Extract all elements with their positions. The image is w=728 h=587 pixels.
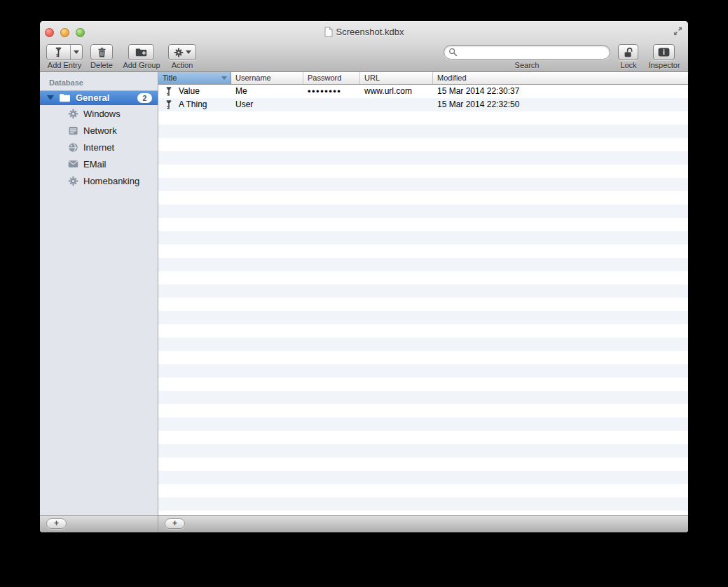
chevron-down-icon bbox=[74, 50, 79, 54]
sidebar-item-email[interactable]: EMail bbox=[40, 156, 158, 172]
add-group-button[interactable] bbox=[128, 44, 154, 60]
gear-icon bbox=[68, 176, 78, 186]
lock-button[interactable] bbox=[618, 44, 638, 60]
app-window: Screenshot.kdbx bbox=[40, 21, 688, 532]
sidebar-item-label: Windows bbox=[83, 109, 121, 119]
fullscreen-arrows-icon[interactable] bbox=[673, 27, 682, 36]
chevron-down-icon bbox=[186, 50, 191, 54]
key-icon bbox=[165, 86, 172, 97]
bottom-bar: + + bbox=[40, 515, 688, 532]
entry-title: A Thing bbox=[179, 98, 207, 111]
delete-button[interactable] bbox=[90, 44, 113, 60]
table-row[interactable]: A Thing User 15 Mar 2014 22:32:50 bbox=[158, 98, 688, 111]
entry-url bbox=[360, 98, 433, 111]
entry-password: •••••••• bbox=[303, 85, 360, 98]
sidebar-group-general[interactable]: General 2 bbox=[40, 90, 158, 105]
sidebar-item-label: Homebanking bbox=[83, 176, 139, 186]
entry-modified: 15 Mar 2014 22:32:50 bbox=[433, 98, 688, 111]
entry-title: Value bbox=[179, 85, 200, 98]
entry-modified: 15 Mar 2014 22:30:37 bbox=[433, 85, 688, 98]
lock-label: Lock bbox=[620, 61, 636, 69]
sort-descending-icon bbox=[221, 76, 227, 80]
sidebar-section-header: Database bbox=[40, 72, 158, 90]
entry-count-badge: 2 bbox=[137, 93, 152, 103]
envelope-icon bbox=[68, 160, 78, 168]
info-icon bbox=[658, 48, 670, 57]
folder-icon bbox=[59, 93, 71, 102]
sidebar-group-label: General bbox=[76, 92, 109, 103]
server-icon bbox=[68, 125, 78, 136]
column-header-password[interactable]: Password bbox=[303, 72, 360, 84]
window-title: Screenshot.kdbx bbox=[40, 27, 688, 37]
sidebar-item-windows[interactable]: Windows bbox=[40, 105, 158, 122]
sidebar: Database General 2 bbox=[40, 72, 158, 515]
sidebar-item-network[interactable]: Network bbox=[40, 122, 158, 139]
sidebar-item-label: Internet bbox=[83, 142, 114, 153]
search-input[interactable] bbox=[460, 48, 605, 57]
gear-icon bbox=[68, 109, 78, 119]
key-icon bbox=[165, 99, 172, 110]
entry-url: www.url.com bbox=[360, 85, 433, 98]
add-entry-plus-button[interactable]: + bbox=[165, 518, 185, 529]
search-field[interactable] bbox=[444, 45, 610, 60]
window-chrome: Screenshot.kdbx bbox=[40, 21, 688, 72]
table-header: Title Username Password URL Modified bbox=[158, 72, 688, 85]
add-entry-button[interactable] bbox=[46, 44, 83, 60]
globe-icon bbox=[68, 142, 78, 153]
open-padlock-icon bbox=[623, 47, 634, 58]
sidebar-item-label: Network bbox=[83, 125, 117, 136]
delete-label: Delete bbox=[90, 61, 113, 69]
inspector-label: Inspector bbox=[648, 61, 680, 69]
add-entry-dropdown[interactable] bbox=[70, 45, 82, 60]
add-group-plus-button[interactable]: + bbox=[46, 518, 67, 529]
column-header-url[interactable]: URL bbox=[360, 72, 433, 84]
disclosure-triangle-icon[interactable] bbox=[47, 95, 54, 100]
trash-icon bbox=[97, 47, 107, 57]
magnifier-icon bbox=[448, 48, 458, 57]
entry-username: User bbox=[231, 98, 303, 111]
gear-icon bbox=[174, 48, 184, 57]
add-entry-label: Add Entry bbox=[48, 61, 81, 69]
list-bottom-bar: + bbox=[158, 516, 688, 532]
document-icon bbox=[324, 27, 333, 37]
sidebar-bottom-bar: + bbox=[40, 516, 158, 532]
sidebar-item-internet[interactable]: Internet bbox=[40, 139, 158, 156]
window-title-text: Screenshot.kdbx bbox=[336, 27, 404, 37]
content-area: Database General 2 bbox=[40, 72, 688, 515]
add-group-label: Add Group bbox=[123, 61, 160, 69]
entry-list: Title Username Password URL Modified bbox=[158, 72, 688, 515]
table-row[interactable]: Value Me •••••••• www.url.com 15 Mar 201… bbox=[158, 85, 688, 98]
column-header-username[interactable]: Username bbox=[231, 72, 303, 84]
entry-password bbox=[303, 98, 360, 111]
action-label: Action bbox=[172, 61, 193, 69]
table-body: Value Me •••••••• www.url.com 15 Mar 201… bbox=[158, 85, 688, 515]
search-label: Search bbox=[515, 61, 540, 69]
inspector-button[interactable] bbox=[653, 44, 675, 60]
action-button[interactable] bbox=[168, 44, 196, 60]
sidebar-item-label: EMail bbox=[83, 159, 107, 170]
column-header-title[interactable]: Title bbox=[158, 72, 231, 84]
column-header-modified[interactable]: Modified bbox=[433, 72, 688, 84]
entry-username: Me bbox=[231, 85, 303, 98]
sidebar-item-homebanking[interactable]: Homebanking bbox=[40, 172, 158, 189]
folder-plus-icon bbox=[135, 47, 147, 57]
key-icon[interactable] bbox=[47, 45, 70, 60]
